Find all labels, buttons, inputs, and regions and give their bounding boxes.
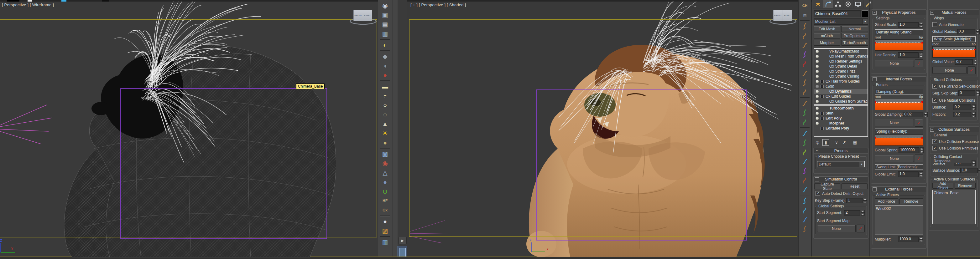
reset-button[interactable]: Reset [842,183,867,189]
modifier-stack-item[interactable]: Ox Dynamics [814,89,867,94]
object-name-field[interactable]: Chimera_Base004 [814,10,861,17]
modifier-stack-item[interactable]: +Skin [814,111,867,116]
pin-stack-icon[interactable]: ◎ [814,139,821,145]
rendered-frame-window-icon[interactable]: ▣ [380,11,390,19]
ox-hair-comb-icon[interactable] [800,50,810,59]
force-list-item[interactable]: Wind002 [876,207,922,211]
map-check-button[interactable]: ✓ [857,224,865,232]
spinner[interactable] [975,29,980,35]
ox-sprout-icon[interactable] [800,138,810,147]
use-collision-primitives-checkbox[interactable]: ✓ [932,146,937,150]
friction-field[interactable]: 0.2 [953,112,975,117]
active-forces-list[interactable]: Wind002 [875,205,923,235]
sphere-light-icon[interactable]: ○ [380,101,390,109]
panel-tab-utilities-icon[interactable] [863,0,873,8]
modifier-visibility-bulb-icon[interactable] [816,100,819,103]
global-damping-field[interactable]: 0.02 [903,112,928,117]
remove-object-button[interactable]: Remove [955,183,975,189]
ox-lice-icon[interactable] [800,148,810,156]
grass-object-icon[interactable]: ψ [380,187,390,196]
ox-push-strands-icon[interactable] [800,59,810,68]
spinner[interactable] [972,112,975,117]
modifier-visibility-bulb-icon[interactable] [816,117,819,120]
render-setup-dialog-icon[interactable]: ▤ [380,20,390,29]
collapse-icon[interactable]: − [815,149,819,153]
modifier-visibility-bulb-icon[interactable] [816,50,819,53]
material-slots-icon[interactable]: ▨ [380,226,390,235]
modifier-stack-item[interactable]: Ox Strand Curling [814,74,867,79]
environment-settings-icon[interactable]: ▦ [380,29,390,38]
spinner[interactable] [863,198,867,203]
spinner[interactable] [975,90,980,96]
make-unique-icon[interactable]: ∨ [834,139,840,145]
wisp-scale-ramp-curve[interactable] [932,46,975,58]
viewcube[interactable]: FRONT RIGHT [769,9,796,24]
collision-surfaces-list[interactable]: Chimera_Base [932,190,975,224]
modifier-visibility-bulb-icon[interactable] [816,112,819,115]
ox-strand-bend-icon[interactable] [800,31,810,40]
ox-hairball-tool-icon[interactable]: Ox [380,206,390,215]
modifier-visibility-bulb-icon[interactable] [816,95,819,98]
ox-hairball-gh-icon[interactable]: GH [800,1,810,10]
sun-light-icon[interactable]: ☀ [380,129,390,137]
global-radius-field[interactable]: 0.3 [957,29,980,35]
spinner[interactable] [924,112,928,117]
use-collision-response-checkbox[interactable]: ✓ [932,139,937,144]
modifier-visibility-bulb-icon[interactable] [816,75,819,78]
global-spring-field[interactable]: 1000000 [899,147,924,153]
sphere-object-icon[interactable]: ● [380,138,390,147]
collapse-icon[interactable]: − [815,177,819,182]
seg-skip-field[interactable]: 3 [958,90,980,96]
global-scale-field[interactable]: 1.0 [898,22,923,27]
auto-generate-checkbox[interactable] [932,22,937,27]
modifier-stack-item[interactable]: +Cloth [814,84,867,89]
ox-strand-parens-icon[interactable] [800,99,810,107]
capture-state-button[interactable]: Capture State [814,183,840,189]
density-ramp-curve[interactable] [875,39,923,51]
apex-pyramid-gizmo-icon[interactable]: △ [380,168,390,177]
add-force-button[interactable]: Add Force [875,198,898,204]
ox-curl-blue-icon[interactable] [800,157,810,166]
viewport-right-shaded[interactable]: [ + ] [ Perspective ] [ Shaded ] [407,2,798,259]
self-collision-checkbox[interactable]: ✓ [932,84,937,88]
physical-camera-icon[interactable]: ● [380,71,390,79]
spinner[interactable] [919,237,923,242]
global-limit-field[interactable]: 1.0 [898,171,923,177]
auto-detect-checkbox[interactable]: ✓ [816,191,820,196]
rollout-presets-header[interactable]: − Presets [814,148,868,153]
ox-pipe-strands-icon[interactable] [800,215,810,224]
ox-strands-red-icon[interactable] [800,176,810,185]
spring-map-button[interactable]: None [875,155,914,162]
collapse-icon[interactable]: − [930,128,934,132]
spinner[interactable] [920,147,924,153]
modifier-stack-item[interactable]: Ox Strand Detail [814,64,867,69]
collapse-icon[interactable]: − [873,77,877,81]
modifier-visibility-bulb-icon[interactable] [816,55,819,58]
modifier-stack-item[interactable]: +Ox Edit Guides [814,94,867,99]
hemisphere-light-icon[interactable]: ◓ [380,92,390,100]
rollout-simulation-header[interactable]: − Simulation Control [814,177,868,182]
rollout-collision-header[interactable]: − Collision Surfaces [929,127,979,132]
rollout-external-header[interactable]: − External Forces [871,186,926,192]
ox-ball-gizmo-icon[interactable] [800,166,810,175]
remove-modifier-icon[interactable]: ✗ [842,139,848,145]
preset-dropdown[interactable]: Default ▼ [817,161,865,167]
dropdown-arrow-icon[interactable]: ▼ [862,19,867,24]
surface-list-item[interactable]: Chimera_Base [934,191,974,195]
bounce-field[interactable]: 0.2 [953,104,975,110]
cube-array-icon[interactable]: ▩ [380,150,390,158]
start-segment-field[interactable]: 2 [844,210,865,216]
global-value-field[interactable]: 0.7 [955,59,977,65]
spinner[interactable] [972,104,975,110]
spring-ramp-curve[interactable] [875,134,923,146]
panel-tab-display-icon[interactable] [853,0,863,8]
surface-bounce-field[interactable]: 1.0 [960,167,980,173]
viewport-right-label[interactable]: [ + ] [ Perspective ] [ Shaded ] [410,3,466,7]
quick-modifier-button-turbosmooth[interactable]: TurboSmooth [841,40,868,46]
ox-select-guides-icon[interactable] [800,108,810,117]
rock-object-icon[interactable]: ● [380,178,390,186]
modifier-visibility-bulb-icon[interactable] [816,60,819,63]
spinner[interactable] [919,22,923,27]
modifier-expand-icon[interactable]: + [820,112,824,115]
ox-knot-icon[interactable] [800,206,810,215]
